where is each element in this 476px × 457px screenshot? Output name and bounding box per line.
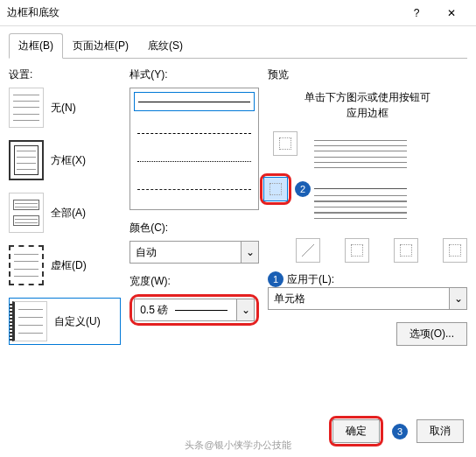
help-button[interactable]: ?	[399, 0, 434, 26]
style-option-dash-short[interactable]	[134, 179, 255, 199]
tab-border[interactable]: 边框(B)	[9, 33, 63, 59]
watermark: 头条@银小侠学办公技能	[185, 439, 290, 452]
titlebar: 边框和底纹 ? ✕	[0, 0, 476, 26]
style-label: 样式(Y):	[130, 67, 259, 82]
ok-button[interactable]: 确定	[332, 419, 380, 443]
chevron-down-icon: ⌄	[241, 242, 258, 263]
color-label: 颜色(C):	[130, 221, 259, 236]
border-center-button[interactable]	[394, 238, 418, 263]
border-left-button[interactable]	[345, 238, 369, 263]
setting-none[interactable]: 无(N)	[9, 88, 121, 128]
tab-shading[interactable]: 底纹(S)	[138, 33, 192, 59]
preview-hint: 单击下方图示或使用按钮可 应用边框	[268, 89, 467, 121]
preview-diagram[interactable]	[308, 131, 413, 228]
setting-dashed-label: 虚框(D)	[51, 258, 87, 273]
preview-label: 预览	[268, 67, 467, 82]
border-right-button[interactable]	[443, 238, 467, 263]
style-option-dash-long[interactable]	[134, 123, 255, 143]
style-option-solid[interactable]	[134, 92, 255, 111]
border-middle-button[interactable]	[263, 177, 288, 201]
setting-none-label: 无(N)	[51, 101, 76, 116]
width-value: 0.5 磅	[140, 303, 168, 318]
width-label: 宽度(W):	[130, 274, 259, 289]
tab-page-border[interactable]: 页面边框(P)	[63, 33, 138, 59]
style-option-dot[interactable]	[134, 151, 255, 171]
settings-label: 设置:	[9, 67, 121, 82]
cancel-button[interactable]: 取消	[416, 419, 464, 443]
options-button[interactable]: 选项(O)...	[396, 322, 467, 346]
setting-dashed[interactable]: 虚框(D)	[9, 245, 121, 285]
dialog-footer: 确定 3 取消	[329, 416, 464, 446]
chevron-down-icon: ⌄	[236, 299, 254, 320]
border-diag-button[interactable]	[296, 238, 320, 263]
chevron-down-icon: ⌄	[449, 288, 466, 309]
apply-value: 单元格	[274, 292, 305, 306]
width-dropdown[interactable]: 0.5 磅 ⌄	[134, 299, 255, 321]
apply-label: 应用于(L):	[287, 272, 334, 287]
window-title: 边框和底纹	[7, 5, 399, 20]
setting-all[interactable]: 全部(A)	[9, 193, 121, 233]
marker-3: 3	[392, 424, 408, 439]
setting-custom[interactable]: 自定义(U)	[9, 298, 121, 345]
close-button[interactable]: ✕	[434, 0, 469, 26]
setting-all-label: 全部(A)	[51, 206, 86, 221]
setting-custom-label: 自定义(U)	[54, 314, 101, 329]
color-dropdown[interactable]: 自动 ⌄	[130, 241, 259, 264]
setting-box-label: 方框(X)	[51, 153, 86, 168]
style-list[interactable]	[130, 88, 259, 210]
svg-line-0	[302, 244, 314, 257]
setting-box[interactable]: 方框(X)	[9, 140, 121, 180]
apply-dropdown[interactable]: 单元格 ⌄	[268, 287, 467, 310]
tab-bar: 边框(B) 页面边框(P) 底纹(S)	[9, 33, 467, 59]
color-value: 自动	[136, 245, 157, 260]
marker-1: 1	[268, 271, 284, 287]
border-top-button[interactable]	[273, 131, 298, 156]
